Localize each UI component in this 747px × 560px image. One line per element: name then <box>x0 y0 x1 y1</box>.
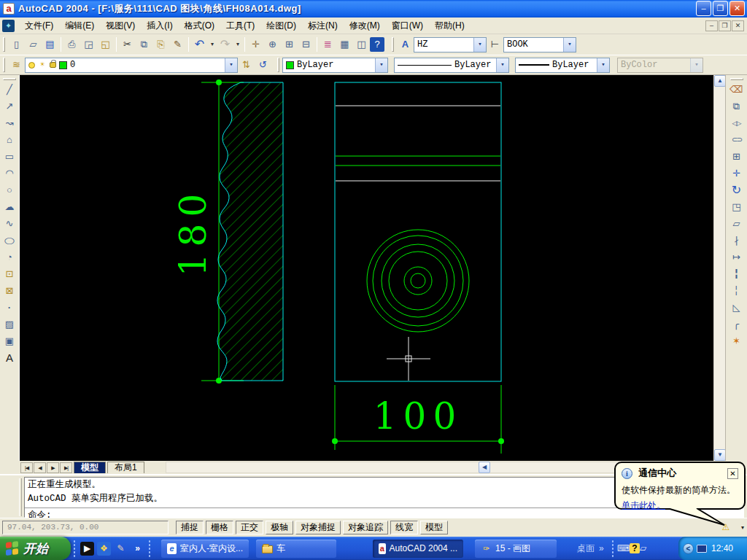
rotate-icon[interactable]: ↻ <box>728 182 746 199</box>
paste-icon[interactable]: ⎘ <box>152 36 169 53</box>
minimize-button[interactable]: – <box>696 1 711 16</box>
command-window-grip[interactable] <box>19 478 22 516</box>
scroll-down-icon[interactable]: ▼ <box>714 449 726 461</box>
insert-block-icon[interactable]: ⊡ <box>1 266 18 283</box>
zoom-window-icon[interactable]: ⊞ <box>281 36 298 53</box>
match-properties-icon[interactable]: ✎ <box>169 36 186 53</box>
chevron-down-icon[interactable]: ▾ <box>225 58 237 72</box>
task-autocad-window[interactable]: a AutoCAD 2004 ... <box>373 540 463 558</box>
arc-icon[interactable]: ◠ <box>1 166 18 182</box>
scroll-left-icon[interactable]: ◀ <box>479 462 490 473</box>
model-button[interactable]: 模型 <box>420 521 448 534</box>
task-ie-window[interactable]: e 室内人-室内设... <box>161 540 249 558</box>
menu-tools[interactable]: 工具(T) <box>220 18 260 34</box>
toolbar-grip[interactable] <box>392 37 394 52</box>
restore-button[interactable]: ❐ <box>713 1 728 16</box>
layer-previous-icon[interactable]: ↺ <box>255 57 271 74</box>
save-icon[interactable]: ▤ <box>42 36 58 53</box>
designcenter-icon[interactable]: ▦ <box>336 36 353 53</box>
print-preview-icon[interactable]: ◲ <box>80 36 97 53</box>
undo-icon[interactable]: ↶ <box>191 36 208 53</box>
menu-dimension[interactable]: 标注(N) <box>302 18 344 34</box>
rectangle-icon[interactable]: ▭ <box>1 149 18 166</box>
otrack-button[interactable]: 对象追踪 <box>343 521 388 534</box>
tab-model[interactable]: 模型 <box>74 462 106 473</box>
array-icon[interactable]: ⊞ <box>728 149 746 166</box>
stretch-icon[interactable]: ▱ <box>728 216 746 233</box>
scroll-up-icon[interactable]: ▲ <box>714 75 726 87</box>
offset-icon[interactable]: ⊂⊃ <box>728 132 746 149</box>
circle-icon[interactable]: ○ <box>1 182 18 199</box>
photo-viewer-icon[interactable]: ❖ <box>97 542 111 556</box>
linetype-combo[interactable]: ByLayer ▾ <box>394 58 509 73</box>
toolbar-grip[interactable] <box>730 78 743 80</box>
dim-style-combo[interactable]: BOOK ▾ <box>503 37 576 52</box>
popup-close-icon[interactable]: ✕ <box>727 468 738 479</box>
layer-combo[interactable]: ☀ 0 ▾ <box>25 58 238 73</box>
fillet-icon[interactable]: ╭ <box>728 316 746 333</box>
mtext-icon[interactable]: A <box>1 350 18 367</box>
drawing-canvas[interactable]: 180 100 <box>20 75 713 461</box>
copy-icon[interactable]: ⧉ <box>136 36 152 53</box>
ellipse-icon[interactable]: ◯ <box>1 235 18 246</box>
toolbar-grip[interactable] <box>3 58 5 72</box>
snap-button[interactable]: 捕捉 <box>176 521 204 534</box>
extend-icon[interactable]: ↦ <box>728 249 746 266</box>
menu-window[interactable]: 窗口(W) <box>386 18 429 34</box>
media-player-icon[interactable]: ▶ <box>80 542 94 556</box>
hatch-icon[interactable]: ▨ <box>1 316 18 333</box>
menu-draw[interactable]: 绘图(D) <box>260 18 302 34</box>
print-icon[interactable]: ⎙ <box>63 36 80 53</box>
menu-format[interactable]: 格式(O) <box>179 18 220 34</box>
scale-icon[interactable]: ◳ <box>728 199 746 216</box>
point-icon[interactable]: · <box>1 300 18 316</box>
task-paint-window[interactable]: ✑ 15 - 画图 <box>475 540 557 558</box>
layer-states-icon[interactable]: ⇅ <box>238 57 255 74</box>
tab-first-icon[interactable]: |◀ <box>20 462 33 473</box>
undo-dropdown-icon[interactable]: ▾ <box>208 36 217 53</box>
layer-manager-icon[interactable]: ≋ <box>8 57 25 74</box>
cut-icon[interactable]: ✂ <box>119 36 136 53</box>
task-folder-window[interactable]: 车 <box>256 540 336 558</box>
lineweight-button[interactable]: 线宽 <box>390 521 418 534</box>
paint-quicklaunch-icon[interactable]: ✎ <box>114 542 128 556</box>
quicklaunch-more-icon[interactable]: » <box>131 542 144 556</box>
redo-dropdown-icon[interactable]: ▾ <box>233 36 242 53</box>
text-style-combo[interactable]: HZ ▾ <box>414 37 487 52</box>
text-style-icon[interactable]: A <box>397 36 414 53</box>
copy-object-icon[interactable]: ⧉ <box>728 98 746 115</box>
properties-icon[interactable]: ≣ <box>320 36 336 53</box>
chevron-down-icon[interactable]: ▾ <box>597 58 609 72</box>
tab-prev-icon[interactable]: ◀ <box>34 462 46 473</box>
tab-last-icon[interactable]: ▶| <box>60 462 72 473</box>
zoom-previous-icon[interactable]: ⊟ <box>298 36 314 53</box>
new-icon[interactable]: ▯ <box>8 36 25 53</box>
polygon-icon[interactable]: ⌂ <box>1 132 18 149</box>
region-icon[interactable]: ▣ <box>1 333 18 350</box>
menu-modify[interactable]: 修改(M) <box>344 18 386 34</box>
desktop-more-icon[interactable]: » <box>599 543 604 553</box>
window-tray-icon[interactable]: ▱ <box>640 542 646 554</box>
grid-button[interactable]: 栅格 <box>206 521 233 534</box>
keyboard-tray-icon[interactable]: ⌨ <box>617 542 630 554</box>
ortho-button[interactable]: 正交 <box>236 521 263 534</box>
vertical-scrollbar[interactable]: ▲ ▼ <box>713 75 725 461</box>
pan-icon[interactable]: ✛ <box>247 36 264 53</box>
chevron-down-icon[interactable]: ▾ <box>375 58 387 72</box>
mdi-restore-button[interactable]: ❐ <box>719 20 731 31</box>
osnap-button[interactable]: 对象捕捉 <box>295 521 341 534</box>
open-icon[interactable]: ▱ <box>25 36 42 53</box>
mdi-minimize-button[interactable]: – <box>705 20 718 31</box>
polyline-icon[interactable]: ↝ <box>1 115 18 132</box>
erase-icon[interactable]: ⌫ <box>728 82 746 98</box>
mdi-close-button[interactable]: ✕ <box>732 20 744 31</box>
close-button[interactable]: ✕ <box>729 1 745 16</box>
explode-icon[interactable]: ✶ <box>728 333 746 350</box>
polar-button[interactable]: 极轴 <box>266 521 293 534</box>
coordinate-readout[interactable]: 97.04, 203.73, 0.00 <box>2 521 169 534</box>
tool-palettes-icon[interactable]: ◫ <box>353 36 370 53</box>
menu-insert[interactable]: 插入(I) <box>141 18 178 34</box>
start-button[interactable]: 开始 <box>0 537 71 560</box>
chevron-down-icon[interactable]: ▾ <box>563 38 576 52</box>
construction-line-icon[interactable]: ↗ <box>1 98 18 115</box>
